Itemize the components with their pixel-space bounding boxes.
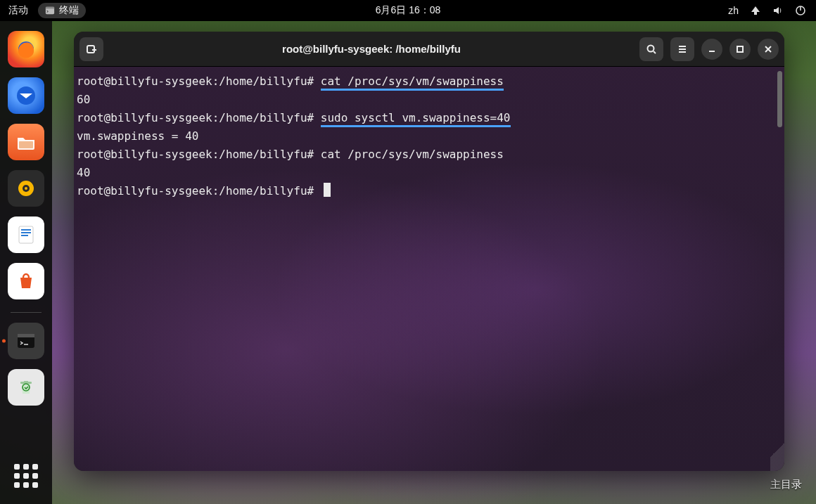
folder-icon	[14, 130, 38, 154]
clock[interactable]: 6月6日 16：08	[376, 4, 441, 17]
dock-separator	[11, 312, 42, 313]
status-area[interactable]: zh	[728, 5, 816, 16]
svg-point-21	[648, 45, 654, 51]
svg-rect-27	[737, 46, 743, 52]
svg-rect-13	[21, 235, 28, 236]
search-button[interactable]	[639, 37, 663, 61]
terminal-output-line: 60	[77, 91, 783, 109]
window-title: root@billyfu-sysgeek: /home/billyfu	[109, 43, 634, 55]
dock-firefox[interactable]	[8, 31, 44, 67]
top-panel: 活动 终端 6月6日 16：08 zh	[0, 0, 816, 21]
menu-icon	[677, 44, 688, 55]
dock-libreoffice-writer[interactable]	[8, 217, 44, 253]
dock-files[interactable]	[8, 124, 44, 160]
terminal-prompt-line: root@billyfu-sysgeek:/home/billyfu# sudo…	[77, 109, 783, 127]
terminal-output-line: 40	[77, 164, 783, 182]
svg-rect-12	[21, 232, 31, 233]
svg-rect-15	[18, 334, 34, 337]
svg-point-9	[25, 187, 27, 190]
network-icon[interactable]	[750, 5, 761, 16]
power-icon[interactable]	[795, 5, 806, 16]
terminal-content[interactable]: root@billyfu-sysgeek:/home/billyfu# cat …	[74, 67, 784, 471]
search-icon	[646, 44, 657, 55]
new-tab-button[interactable]	[79, 37, 103, 61]
resize-handle[interactable]	[770, 429, 784, 471]
terminal-scrollbar[interactable]	[777, 71, 782, 127]
activities-button[interactable]: 活动	[8, 4, 28, 17]
show-applications-button[interactable]	[12, 462, 40, 490]
svg-rect-6	[19, 141, 33, 148]
terminal-prompt-line: root@billyfu-sysgeek:/home/billyfu# cat …	[77, 72, 783, 91]
terminal-prompt-line: root@billyfu-sysgeek:/home/billyfu# cat …	[77, 146, 783, 164]
desktop-home-folder[interactable]: 主目录	[770, 478, 802, 491]
input-method-indicator[interactable]: zh	[728, 5, 739, 16]
terminal-icon	[45, 6, 55, 15]
hamburger-menu-button[interactable]	[670, 37, 694, 61]
terminal-icon	[14, 329, 38, 353]
window-titlebar[interactable]: root@billyfu-sysgeek: /home/billyfu	[74, 32, 784, 67]
svg-line-22	[654, 51, 656, 53]
close-button[interactable]	[758, 39, 779, 60]
maximize-button[interactable]	[729, 39, 751, 60]
minimize-icon	[706, 44, 718, 55]
document-icon	[14, 223, 38, 247]
trash-icon	[14, 375, 38, 399]
dock-rhythmbox[interactable]	[8, 170, 44, 207]
speaker-icon	[14, 176, 38, 200]
dock	[0, 21, 52, 504]
terminal-window: root@billyfu-sysgeek: /home/billyfu root…	[74, 32, 784, 471]
app-menu-label: 终端	[59, 4, 79, 17]
app-menu[interactable]: 终端	[38, 3, 86, 18]
thunderbird-icon	[14, 84, 38, 108]
dock-trash[interactable]	[8, 369, 44, 406]
dock-ubuntu-software[interactable]	[8, 263, 44, 299]
close-icon	[763, 44, 774, 55]
terminal-cursor	[324, 183, 331, 197]
terminal-prompt-line: root@billyfu-sysgeek:/home/billyfu#	[77, 182, 783, 200]
shopping-bag-icon	[14, 269, 38, 293]
dock-thunderbird[interactable]	[8, 77, 44, 114]
maximize-icon	[734, 44, 746, 55]
new-tab-icon	[86, 44, 97, 55]
svg-rect-11	[21, 229, 31, 231]
svg-rect-1	[46, 7, 54, 9]
minimize-button[interactable]	[701, 39, 722, 60]
firefox-icon	[14, 37, 38, 61]
volume-icon[interactable]	[772, 5, 784, 16]
terminal-output-line: vm.swappiness = 40	[77, 127, 783, 146]
dock-terminal[interactable]	[8, 323, 44, 359]
